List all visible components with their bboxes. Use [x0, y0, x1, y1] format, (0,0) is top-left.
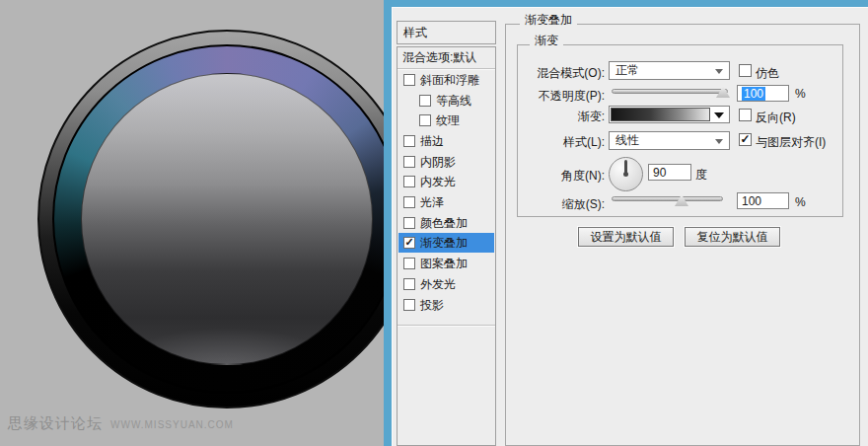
checkbox[interactable]	[403, 299, 415, 311]
scale-unit: %	[795, 195, 806, 209]
checkbox[interactable]	[403, 258, 415, 269]
checkbox[interactable]	[419, 95, 431, 107]
checkbox[interactable]	[403, 135, 415, 147]
sidebar-item-pattern-overlay[interactable]: 图案叠加	[398, 254, 494, 273]
gradient-style-value: 线性	[615, 132, 639, 149]
angle-value: 90	[653, 166, 666, 180]
sidebar-item-texture[interactable]: 纹理	[398, 111, 494, 130]
checkbox[interactable]	[403, 176, 415, 187]
sidebar-item-bevel-emboss[interactable]: 斜面和浮雕	[398, 70, 494, 90]
style-item-label: 描边	[420, 133, 444, 150]
gradient-overlay-group-title: 渐变叠加	[520, 12, 577, 29]
style-item-label: 纹理	[436, 112, 460, 129]
sidebar-item-outer-glow[interactable]: 外发光	[398, 274, 494, 294]
gradient-subgroup-title: 渐变	[530, 33, 563, 49]
chevron-down-icon	[715, 69, 723, 74]
styles-panel-header: 样式	[397, 21, 496, 44]
align-with-layer-label: 与图层对齐(I)	[756, 134, 826, 151]
style-item-label: 内发光	[420, 174, 456, 190]
reverse-label: 反向(R)	[756, 110, 796, 126]
document-canvas: 思缘设计论坛WWW.MISSYUAN.COM	[0, 0, 384, 446]
checkbox[interactable]	[403, 217, 415, 229]
checkbox[interactable]	[419, 114, 431, 126]
angle-pivot-icon	[623, 172, 628, 177]
blending-options-label: 混合选项:默认	[402, 49, 476, 66]
list-separator	[398, 325, 495, 326]
scale-value: 100	[742, 194, 761, 208]
sidebar-item-drop-shadow[interactable]: 投影	[398, 295, 494, 315]
scale-input[interactable]: 100	[737, 192, 789, 209]
style-item-label: 光泽	[420, 194, 444, 211]
gradient-style-label: 样式(L):	[511, 134, 605, 151]
make-default-label: 设置为默认值	[591, 229, 662, 246]
gradient-label: 渐变:	[511, 109, 605, 125]
sidebar-item-stroke[interactable]: 描边	[398, 131, 494, 151]
styles-panel-title: 样式	[403, 25, 427, 41]
opacity-unit: %	[795, 87, 806, 101]
style-item-label: 投影	[420, 297, 444, 314]
make-default-button[interactable]: 设置为默认值	[578, 227, 674, 247]
knob-face	[81, 73, 373, 365]
gradient-style-select[interactable]: 线性	[609, 131, 730, 150]
watermark: 思缘设计论坛WWW.MISSYUAN.COM	[8, 414, 234, 433]
gradient-swatch[interactable]	[611, 108, 710, 121]
opacity-slider[interactable]	[612, 89, 728, 94]
scale-slider[interactable]	[612, 196, 723, 201]
styles-list: 混合选项:默认 斜面和浮雕 等高线 纹理 描边 内阴影 内发光 光泽 颜色叠加 …	[397, 46, 496, 446]
gradient-picker[interactable]	[609, 106, 730, 123]
scale-label: 缩放(S):	[511, 196, 605, 213]
blend-mode-value: 正常	[615, 62, 639, 79]
checkbox-checked[interactable]	[403, 237, 415, 249]
reverse-checkbox[interactable]	[739, 109, 752, 121]
checkbox[interactable]	[403, 156, 415, 168]
dither-checkbox[interactable]	[739, 64, 752, 77]
sidebar-item-blending-options[interactable]: 混合选项:默认	[402, 48, 476, 67]
style-item-label: 渐变叠加	[420, 235, 468, 252]
sidebar-item-inner-shadow[interactable]: 内阴影	[398, 152, 494, 172]
style-item-label: 图案叠加	[420, 256, 468, 272]
angle-dial[interactable]	[609, 157, 643, 191]
style-item-label: 斜面和浮雕	[420, 72, 479, 89]
watermark-site-url: WWW.MISSYUAN.COM	[110, 419, 234, 430]
opacity-input[interactable]: 100	[737, 85, 789, 102]
sidebar-item-inner-glow[interactable]: 内发光	[398, 172, 494, 191]
sidebar-item-gradient-overlay[interactable]: 渐变叠加	[398, 233, 494, 253]
opacity-label: 不透明度(P):	[511, 88, 605, 105]
style-item-label: 内阴影	[420, 154, 456, 171]
sidebar-item-color-overlay[interactable]: 颜色叠加	[398, 213, 494, 233]
checkbox[interactable]	[403, 74, 415, 86]
style-item-label: 等高线	[436, 93, 471, 110]
sidebar-item-contour[interactable]: 等高线	[398, 91, 494, 111]
sidebar-item-satin[interactable]: 光泽	[398, 192, 494, 212]
reset-default-label: 复位为默认值	[697, 229, 768, 246]
checkbox[interactable]	[403, 278, 415, 290]
style-item-label: 颜色叠加	[420, 215, 468, 232]
reset-default-button[interactable]: 复位为默认值	[685, 227, 780, 247]
angle-label: 角度(N):	[511, 168, 605, 185]
style-item-label: 外发光	[420, 276, 456, 293]
opacity-value: 100	[742, 87, 765, 101]
blend-mode-select[interactable]: 正常	[609, 61, 730, 80]
watermark-site-name: 思缘设计论坛	[8, 414, 103, 431]
checkbox[interactable]	[403, 196, 415, 208]
align-with-layer-checkbox[interactable]	[739, 133, 752, 146]
angle-input[interactable]: 90	[648, 164, 691, 181]
list-separator	[398, 68, 495, 69]
chevron-down-icon	[715, 139, 723, 144]
blend-mode-label: 混合模式(O):	[511, 65, 605, 82]
chevron-down-icon[interactable]	[714, 112, 724, 118]
angle-unit: 度	[695, 167, 707, 184]
dither-label: 仿色	[756, 65, 779, 82]
